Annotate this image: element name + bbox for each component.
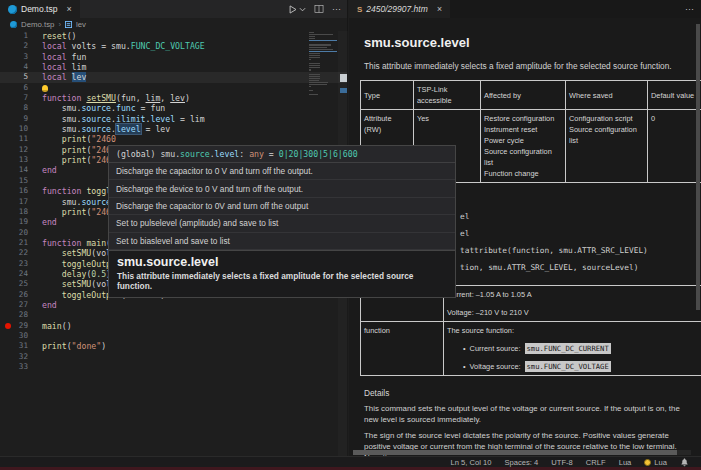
column-header: Default value [648,81,701,110]
code-text [28,331,42,341]
code-line[interactable]: 27end [0,300,347,310]
code-line[interactable]: 6 [0,83,347,93]
tab-title: Demo.tsp [21,4,57,14]
doc-heading: smu.source.level [364,35,470,50]
line-number[interactable]: 25 [0,279,28,289]
hover-doc-text: This attribute immediately selects a fix… [117,271,447,291]
panel-tab-bar: S 2450/29907.htm × ··· [349,0,701,18]
line-number[interactable]: 11 [0,134,28,144]
tab-close-icon[interactable]: × [66,5,71,14]
code-line[interactable]: 32 [0,352,347,362]
param-desc-cell: The source function:•Current source:smu.… [444,322,701,376]
line-number[interactable]: 23 [0,259,28,269]
line-number[interactable]: 6 [0,83,28,93]
status-item[interactable]: Lua [619,458,632,467]
code-text [28,228,42,238]
line-number[interactable]: 32 [0,352,28,362]
code-line[interactable]: 1reset() [0,31,347,41]
usage-fragment: tion, smu.ATTR_SRC_LEVEL, sourceLevel) [460,263,638,272]
code-line[interactable]: 8 smu.source.func = fun [0,103,347,113]
code-text: function main() [28,238,116,248]
line-number[interactable]: 5 [0,72,28,82]
line-number[interactable]: 10 [0,124,28,134]
hover-doc: smu.source.level This attribute immediat… [109,250,455,297]
code-text: main() [28,321,72,331]
code-line[interactable]: 28 [0,310,347,320]
line-number[interactable]: 9 [0,114,28,124]
line-number[interactable]: 18 [0,207,28,217]
panel-vscrollbar[interactable] [696,24,700,310]
breakpoint-dot[interactable] [5,323,11,329]
line-number[interactable]: 13 [0,155,28,165]
panel-more-actions-icon[interactable]: ··· [685,4,694,14]
status-item-bell[interactable] [680,458,689,467]
line-number[interactable]: 17 [0,197,28,207]
line-number[interactable]: 7 [0,93,28,103]
hover-items: Discharge the capacitor to 0 V and turn … [109,163,455,250]
code-line[interactable]: 11 print("2460 [0,134,347,144]
run-button[interactable] [287,4,306,15]
line-number[interactable]: 3 [0,52,28,62]
status-item-lua-cat[interactable]: Lua [644,458,667,467]
line-number[interactable]: 20 [0,228,28,238]
code-line[interactable]: 10 smu.source.level = lev [0,124,347,134]
line-number[interactable]: 30 [0,331,28,341]
overview-ruler-marker [340,88,347,93]
line-number[interactable]: 16 [0,186,28,196]
table-cell: Restore configurationInstrument resetPow… [481,110,566,183]
code-line[interactable]: 2local volts = smu.FUNC_DC_VOLTAGE [0,41,347,51]
line-number[interactable]: 27 [0,300,28,310]
line-number[interactable]: 1 [0,31,28,41]
line-number[interactable]: 22 [0,248,28,258]
more-actions-icon[interactable]: ··· [332,4,341,14]
code-line[interactable]: 29main() [0,321,347,331]
line-number[interactable]: 8 [0,103,28,113]
bell-icon [680,458,689,467]
status-item[interactable]: Spaces: 4 [505,458,539,467]
line-number[interactable]: 21 [0,238,28,248]
code-text: local volts = smu.FUNC_DC_VOLTAGE [28,41,205,51]
param-name-cell: function [361,322,444,376]
code-line[interactable]: 9 smu.source.ilimit.level = lim [0,114,347,124]
line-number[interactable]: 24 [0,269,28,279]
code-line[interactable]: 30 [0,331,347,341]
code-line[interactable]: 33 [0,362,347,372]
code-text: print("2460 [28,134,116,144]
line-number[interactable]: 33 [0,362,28,372]
hover-tooltip: (global) smu.source.level: any = 0|20|30… [108,145,456,298]
status-item[interactable]: Ln 5, Col 10 [451,458,492,467]
split-editor-icon[interactable] [314,4,324,14]
tab-help-htm[interactable]: S 2450/29907.htm × [349,0,450,18]
line-number[interactable]: 31 [0,341,28,351]
htm-file-icon: S [357,5,362,14]
line-number[interactable]: 15 [0,176,28,186]
line-number[interactable]: 26 [0,290,28,300]
status-item[interactable]: CRLF [586,458,606,467]
code-line[interactable]: 5local lev [0,72,347,82]
code-text: setSMU(volt [28,248,116,258]
tab-demo-tsp[interactable]: Demo.tsp × [0,0,80,18]
code-text [28,310,42,320]
breadcrumb-symbol[interactable]: lev [76,20,86,29]
code-line[interactable]: 3local fun [0,52,347,62]
line-number[interactable]: 4 [0,62,28,72]
code-text [28,362,42,372]
hover-item: Discharge the capacitor to 0 V and turn … [109,163,455,180]
line-number[interactable]: 2 [0,41,28,51]
breadcrumb-file[interactable]: Demo.tsp [21,20,54,29]
line-number[interactable]: 28 [0,310,28,320]
panel-hscrollbar[interactable] [353,450,691,455]
code-text: delay(0.5) [28,269,111,279]
code-line[interactable]: 31print("done") [0,341,347,351]
lightbulb-icon[interactable] [42,85,48,92]
line-number[interactable]: 14 [0,165,28,175]
code-line[interactable]: 7function setSMU(fun, lim, lev) [0,93,347,103]
code-text: print("2460 [28,145,116,155]
status-item[interactable]: UTF-8 [551,458,573,467]
hover-item: Set to pulselevel (amplitude) and save t… [109,215,455,232]
panel-tab-close-icon[interactable]: × [437,5,442,14]
line-number[interactable]: 12 [0,145,28,155]
code-line[interactable]: 4local lim [0,62,347,72]
line-number[interactable]: 19 [0,217,28,227]
minimap[interactable] [309,32,337,101]
